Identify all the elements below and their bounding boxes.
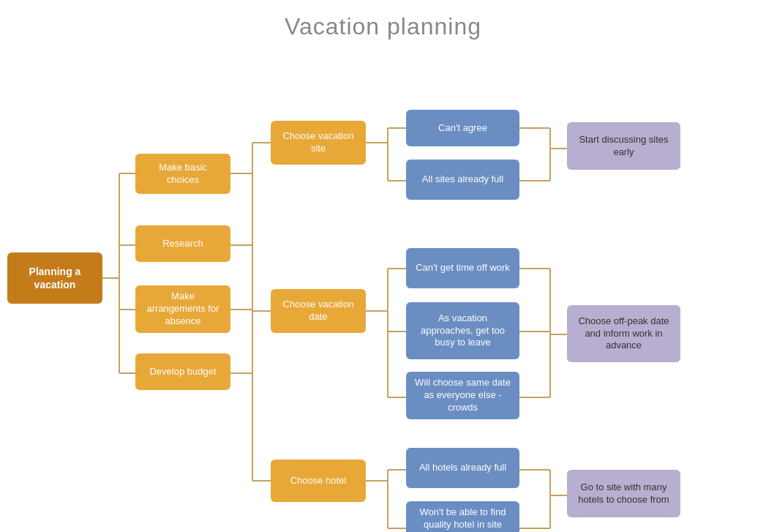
l4-label-2: Go to site with many hotels to choose fr… <box>574 482 673 506</box>
root-node: Planning a vacation <box>7 252 102 304</box>
node-sites-full: All sites already full <box>406 160 519 200</box>
node-make-basic: Make basic choices <box>135 154 230 194</box>
node-arrangements: Make arrangements for absence <box>135 285 230 333</box>
page-title: Vacation planning <box>0 0 766 40</box>
l1-label-1: Research <box>162 238 203 250</box>
node-discuss-early: Start discussing sites early <box>567 122 680 170</box>
node-budget: Develop budget <box>135 353 230 390</box>
node-choose-date: Choose vacation date <box>271 289 366 333</box>
diagram: Planning a vacation Make basic choices R… <box>0 40 766 532</box>
node-same-date: Will choose same date as everyone else -… <box>406 372 519 419</box>
l2-label-0: Choose vacation site <box>278 130 358 155</box>
l4-label-1: Choose off-peak date and inform work in … <box>574 315 673 353</box>
node-too-busy: As vacation approaches, get too busy to … <box>406 302 519 359</box>
node-no-time-off: Can't get time off work <box>406 248 519 288</box>
node-no-quality: Won't be able to find quality hotel in s… <box>406 501 519 532</box>
node-research: Research <box>135 225 230 262</box>
l3-site-label-0: Can't agree <box>438 122 487 135</box>
l3-site-label-1: All sites already full <box>422 173 503 186</box>
l3-date-label-2: Will choose same date as everyone else -… <box>413 377 512 414</box>
l2-label-1: Choose vacation date <box>278 299 358 323</box>
node-hotels-full: All hotels already full <box>406 448 519 488</box>
node-many-hotels: Go to site with many hotels to choose fr… <box>567 470 680 517</box>
connector-lines <box>0 40 766 532</box>
node-cant-agree: Can't agree <box>406 110 519 146</box>
l1-label-3: Develop budget <box>149 366 216 378</box>
l4-label-0: Start discussing sites early <box>574 134 673 159</box>
node-choose-hotel: Choose hotel <box>271 460 366 502</box>
l3-hotel-label-0: All hotels already full <box>419 462 506 474</box>
l3-hotel-label-1: Won't be able to find quality hotel in s… <box>413 506 512 532</box>
l3-date-label-0: Can't get time off work <box>416 262 510 274</box>
node-off-peak: Choose off-peak date and inform work in … <box>567 305 680 362</box>
l1-label-2: Make arrangements for absence <box>143 291 223 328</box>
root-label: Planning a vacation <box>15 265 95 291</box>
l2-label-2: Choose hotel <box>290 475 347 487</box>
node-choose-site: Choose vacation site <box>271 121 366 165</box>
l3-date-label-1: As vacation approaches, get too busy to … <box>413 312 512 350</box>
l1-label-0: Make basic choices <box>143 162 223 187</box>
